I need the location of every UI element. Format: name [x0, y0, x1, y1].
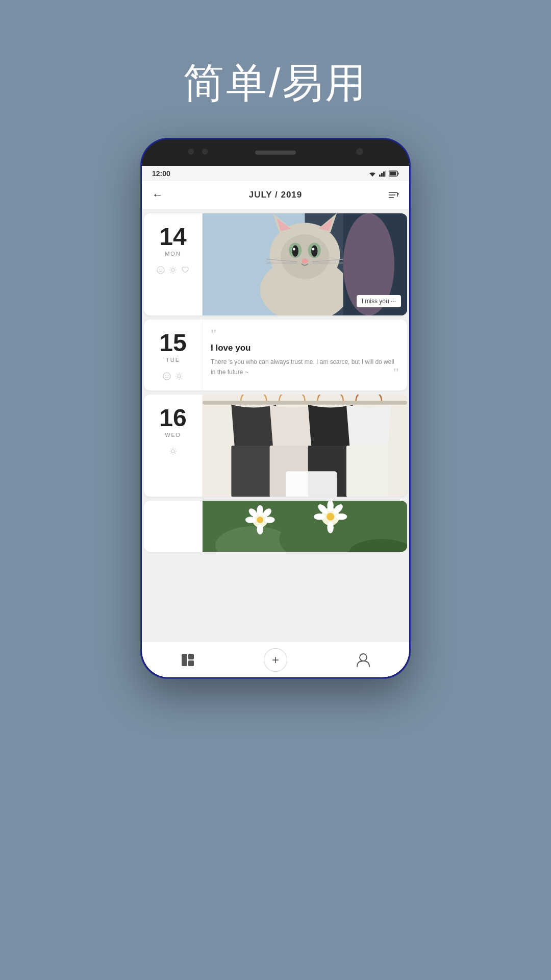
add-icon: + — [272, 653, 279, 667]
user-icon — [357, 653, 370, 667]
date-day-14: MON — [165, 251, 181, 257]
svg-point-36 — [311, 245, 318, 257]
grid-icon — [181, 653, 195, 667]
signal-icon — [379, 170, 386, 177]
phone-notch — [142, 139, 409, 166]
svg-rect-80 — [346, 446, 388, 497]
svg-rect-4 — [383, 172, 385, 177]
sun-icon-15 — [175, 372, 183, 382]
svg-point-47 — [165, 375, 166, 376]
svg-point-37 — [293, 248, 295, 250]
date-day-15: TUE — [166, 357, 180, 363]
date-number-14: 14 — [159, 225, 186, 249]
svg-point-15 — [171, 268, 174, 272]
page-title: 简单/易用 — [183, 56, 368, 111]
journal-entry-14[interactable]: 14 MON — [144, 213, 407, 315]
phone-screen: 12:00 — [142, 166, 409, 677]
add-entry-button[interactable]: + — [264, 648, 287, 672]
svg-point-87 — [257, 517, 264, 523]
svg-point-97 — [327, 522, 334, 533]
svg-point-89 — [257, 524, 264, 534]
nav-profile-button[interactable] — [348, 645, 379, 675]
notch-camera-left — [188, 149, 194, 155]
svg-rect-81 — [286, 471, 337, 497]
smile-icon — [157, 266, 165, 276]
svg-point-90 — [245, 517, 256, 523]
svg-point-12 — [157, 266, 164, 274]
date-icons-15 — [163, 372, 183, 382]
date-panel-16: 16 WED — [144, 395, 203, 497]
content-14: I miss you ··· — [203, 213, 407, 315]
svg-rect-103 — [188, 654, 194, 659]
text-entry-15: " I love you There 's you who can always… — [203, 320, 407, 386]
svg-rect-102 — [182, 654, 187, 666]
journal-list: 14 MON — [142, 209, 409, 642]
svg-rect-5 — [385, 170, 386, 177]
photo-caption-14: I miss you ··· — [357, 295, 401, 307]
svg-line-64 — [175, 453, 176, 454]
header-title: JULY / 2019 — [249, 190, 303, 200]
sort-button[interactable] — [388, 190, 399, 200]
journal-entry-15[interactable]: 15 TUE — [144, 320, 407, 390]
sun-icon-16 — [169, 447, 177, 457]
quote-open-15: " — [211, 329, 399, 340]
date-panel-14: 14 MON — [144, 213, 203, 315]
svg-rect-104 — [188, 660, 194, 666]
date-panel-15: 15 TUE — [144, 320, 203, 390]
svg-rect-3 — [381, 173, 383, 177]
journal-entry-partial[interactable] — [144, 501, 407, 552]
svg-point-91 — [265, 517, 275, 523]
svg-rect-68 — [203, 401, 407, 405]
svg-point-39 — [302, 259, 308, 264]
svg-line-66 — [170, 453, 171, 454]
status-time: 12:00 — [152, 169, 170, 178]
notch-front-camera — [356, 148, 363, 155]
svg-line-57 — [177, 378, 177, 379]
svg-line-21 — [175, 272, 176, 273]
daisy-photo — [203, 501, 407, 552]
notch-speaker — [255, 151, 296, 155]
svg-rect-8 — [390, 172, 396, 176]
clothes-photo — [203, 395, 407, 497]
svg-point-99 — [336, 513, 347, 520]
cat-photo: I miss you ··· — [203, 213, 407, 315]
battery-icon — [389, 170, 399, 177]
date-number-15: 15 — [159, 331, 186, 355]
content-16 — [203, 395, 407, 497]
content-15: " I love you There 's you who can always… — [203, 320, 407, 390]
svg-line-63 — [170, 449, 171, 449]
date-day-16: WED — [165, 432, 181, 438]
notch-camera-right — [202, 149, 208, 155]
entry-title-15: I love you — [211, 343, 399, 353]
svg-line-55 — [181, 378, 182, 379]
svg-line-23 — [170, 272, 171, 273]
svg-point-38 — [312, 248, 314, 250]
heart-icon — [181, 266, 189, 276]
phone-frame: 12:00 — [140, 138, 411, 679]
smile-icon-15 — [163, 372, 171, 382]
date-icons-16 — [169, 447, 177, 457]
svg-line-56 — [181, 374, 182, 374]
svg-point-49 — [178, 375, 181, 378]
svg-point-13 — [159, 269, 160, 270]
date-icons-14 — [157, 266, 189, 276]
status-bar: 12:00 — [142, 166, 409, 181]
content-partial — [203, 501, 407, 552]
back-button[interactable]: ← — [152, 188, 163, 202]
svg-line-20 — [170, 267, 171, 268]
status-icons — [368, 170, 399, 177]
wifi-icon — [368, 170, 377, 177]
sun-icon-14 — [169, 266, 177, 276]
svg-point-88 — [257, 505, 264, 516]
svg-point-46 — [163, 373, 170, 380]
quote-close-15: " — [393, 365, 399, 381]
svg-point-32 — [281, 234, 329, 279]
svg-point-14 — [162, 269, 163, 270]
bottom-nav: + — [142, 642, 409, 677]
journal-entry-16[interactable]: 16 WED — [144, 395, 407, 497]
svg-line-22 — [175, 267, 176, 268]
svg-point-105 — [360, 654, 367, 661]
nav-grid-button[interactable] — [172, 645, 203, 675]
svg-line-54 — [177, 374, 177, 374]
svg-point-58 — [171, 450, 174, 453]
